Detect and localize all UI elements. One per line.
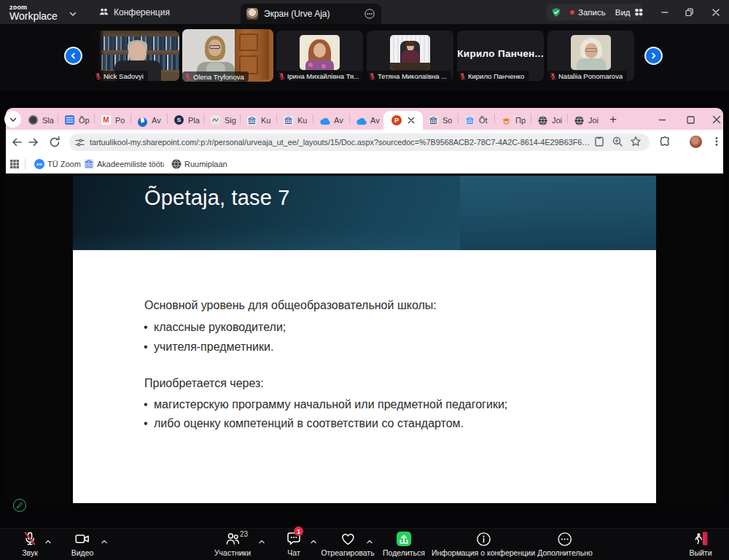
bookmark-ruumiplaan[interactable]: Ruumiplaan xyxy=(171,158,227,171)
tab-favicon xyxy=(429,115,438,125)
mic-muted-icon xyxy=(21,530,39,548)
view-button[interactable]: Вид xyxy=(615,7,644,17)
browser-tab[interactable]: Joi xyxy=(538,111,562,129)
participant-tile-nick-sadovyi[interactable]: Nick Sadovyi xyxy=(93,31,179,81)
participant-photo xyxy=(300,35,340,70)
bookmark-akadeemiliste[interactable]: Akadeemiliste tööta... xyxy=(84,158,164,171)
meeting-info-button[interactable]: Информация о конференции xyxy=(432,530,535,557)
browser-tab[interactable]: Joi xyxy=(574,111,599,129)
strip-scroll-left-button[interactable] xyxy=(64,47,82,65)
browser-tab[interactable]: Av xyxy=(356,111,380,129)
address-bar[interactable]: tartuulikool-my.sharepoint.com/:p:/r/per… xyxy=(69,133,650,151)
participants-label: Участники xyxy=(214,548,251,557)
participant-name-tag: Nataliia Ponomarova xyxy=(547,71,627,81)
browser-tab[interactable]: So xyxy=(429,111,452,129)
browser-tab[interactable]: Av xyxy=(138,111,161,129)
leave-button[interactable]: Выйти xyxy=(689,530,712,557)
browser-tab[interactable]: Ku xyxy=(247,111,270,129)
slide-bullet: •либо оценку компетенций в соответствии … xyxy=(144,417,464,430)
annotation-pen-indicator[interactable] xyxy=(13,499,26,512)
tab-divider xyxy=(94,114,95,124)
zoom-page-icon[interactable] xyxy=(612,136,624,148)
participant-tile-tetiana[interactable]: Тетяна Миколаївна ... xyxy=(367,31,453,81)
browser-tab[interactable]: Ku xyxy=(284,111,307,129)
browser-minimize-button[interactable] xyxy=(652,111,671,128)
participant-name: Кирило Панченко xyxy=(468,72,524,80)
tab-close-icon[interactable] xyxy=(408,117,415,124)
tab-more-options-icon[interactable] xyxy=(364,8,375,20)
extensions-icon[interactable] xyxy=(659,136,671,148)
zoom-maximize-button[interactable] xyxy=(682,6,695,19)
browser-tab-active[interactable]: P xyxy=(383,111,423,130)
tab-divider xyxy=(531,114,531,124)
share-button[interactable]: Поделиться xyxy=(383,530,425,557)
audio-options-chevron[interactable] xyxy=(44,536,52,545)
forward-button[interactable] xyxy=(27,136,40,149)
react-label: Отреагировать xyxy=(321,548,374,557)
browser-tab[interactable]: S Pla xyxy=(174,111,200,129)
apps-grid-icon[interactable] xyxy=(9,158,20,171)
bookmark-label: Ruumiplaan xyxy=(184,160,227,168)
browser-profile-avatar[interactable] xyxy=(690,136,702,148)
tab-label: Õp xyxy=(79,116,90,125)
video-options-chevron[interactable] xyxy=(100,536,109,545)
security-shield-icon[interactable] xyxy=(551,7,561,18)
mic-muted-icon xyxy=(95,72,101,80)
new-tab-button[interactable]: + xyxy=(604,110,623,129)
mic-muted-icon xyxy=(550,72,556,80)
chat-button[interactable]: 1 Чат xyxy=(285,530,303,557)
participant-tile-nataliia[interactable]: Nataliia Ponomarova xyxy=(547,31,634,81)
browser-tab[interactable]: Sig xyxy=(211,111,236,129)
more-button[interactable]: Дополнительно xyxy=(537,530,593,557)
site-info-icon[interactable] xyxy=(69,137,90,148)
browser-menu-icon[interactable] xyxy=(712,136,722,148)
tab-divider xyxy=(130,114,131,124)
mic-muted-icon xyxy=(184,73,191,81)
slide-bullet: •учителя-предметники. xyxy=(144,341,273,354)
browser-tab[interactable]: M Po xyxy=(101,111,125,129)
tab-conference[interactable]: Конференция xyxy=(93,3,176,21)
browser-tab[interactable]: Õt xyxy=(465,111,488,129)
bookmark-star-icon[interactable] xyxy=(630,136,642,148)
participant-tile-olena-tryfonova[interactable]: Olena Tryfonova xyxy=(182,29,273,82)
tab-search-button[interactable] xyxy=(4,111,21,128)
participant-name-tag: Тетяна Миколаївна ... xyxy=(367,71,451,81)
participant-tile-kyrylo[interactable]: Кирило Панчен... Кирило Панченко xyxy=(457,31,544,81)
view-label: Вид xyxy=(615,8,631,17)
participant-name-tag: Кирило Панченко xyxy=(457,71,529,81)
copy-link-icon[interactable] xyxy=(593,136,606,148)
react-options-chevron[interactable] xyxy=(365,536,374,545)
chat-badge: 1 xyxy=(294,526,303,536)
strip-scroll-right-button[interactable] xyxy=(644,47,663,65)
globe-bookmark-icon xyxy=(171,159,182,169)
tab-screen-share[interactable]: Экран (Urve Aja) xyxy=(241,4,381,24)
browser-close-button[interactable] xyxy=(707,111,726,128)
browser-tab[interactable]: Sla xyxy=(28,111,54,129)
audio-button[interactable]: Звук xyxy=(21,530,39,557)
zoom-minimize-button[interactable] xyxy=(658,6,671,19)
participant-photo xyxy=(571,35,611,70)
browser-tab[interactable]: Пр xyxy=(502,111,526,129)
browser-maximize-button[interactable] xyxy=(681,111,700,128)
reload-button[interactable] xyxy=(48,136,61,149)
tab-label: Av xyxy=(334,116,343,125)
tab-favicon xyxy=(574,115,584,125)
participants-options-chevron[interactable] xyxy=(257,536,266,545)
video-button[interactable]: Видео xyxy=(71,530,94,557)
tab-favicon xyxy=(138,115,147,125)
browser-tab[interactable]: Õp xyxy=(65,111,90,129)
leave-label: Выйти xyxy=(689,548,712,557)
recording-label: Запись xyxy=(578,8,606,17)
zoom-close-button[interactable] xyxy=(709,6,722,19)
chat-options-chevron[interactable] xyxy=(309,536,318,545)
browser-tab[interactable]: Av xyxy=(320,111,343,129)
participants-button[interactable]: 23 Участники xyxy=(214,530,251,557)
bookmark-tu-zoom[interactable]: zm TÜ Zoom xyxy=(34,158,81,171)
workspace-chevron-down-icon[interactable] xyxy=(68,9,78,19)
recording-indicator[interactable]: Запись xyxy=(569,8,606,17)
participant-tile-irina[interactable]: Ірина Михайлівна Тя... xyxy=(276,31,363,81)
tab-label: Sla xyxy=(42,116,54,125)
back-button[interactable] xyxy=(10,136,23,149)
info-icon xyxy=(475,530,491,548)
tab-label: Pla xyxy=(188,116,200,125)
